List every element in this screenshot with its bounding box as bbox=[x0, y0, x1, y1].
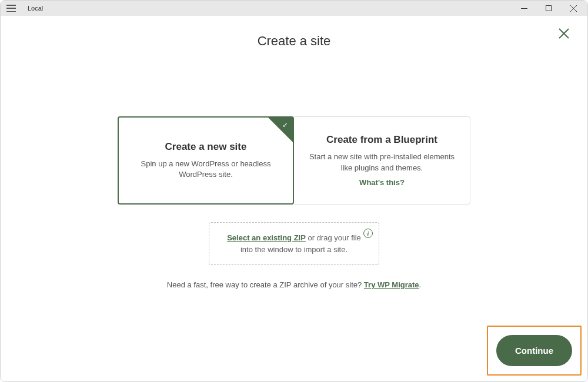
footer-period: . bbox=[419, 280, 422, 289]
app-title: Local bbox=[28, 5, 43, 12]
continue-button[interactable]: Continue bbox=[496, 335, 572, 366]
svg-rect-1 bbox=[546, 6, 552, 11]
info-icon[interactable]: i bbox=[363, 229, 373, 238]
option-title: Create from a Blueprint bbox=[326, 134, 437, 146]
window-controls bbox=[517, 2, 584, 14]
option-title: Create a new site bbox=[165, 141, 247, 153]
select-zip-link[interactable]: Select an existing ZIP bbox=[227, 233, 306, 242]
footer-text: Need a fast, free way to create a ZIP ar… bbox=[1, 280, 587, 289]
option-desc: Start a new site with pre-installed elem… bbox=[308, 152, 456, 173]
page-title: Create a site bbox=[1, 33, 587, 49]
content-area: Create a site ✓ Create a new site Spin u… bbox=[1, 16, 587, 381]
minimize-button[interactable] bbox=[517, 2, 531, 14]
selected-corner bbox=[268, 118, 293, 142]
wp-migrate-link[interactable]: Try WP Migrate bbox=[364, 280, 419, 289]
close-icon[interactable] bbox=[558, 28, 570, 42]
option-create-new-site[interactable]: ✓ Create a new site Spin up a new WordPr… bbox=[118, 116, 294, 205]
maximize-button[interactable] bbox=[542, 2, 556, 14]
import-drop-zone[interactable]: i Select an existing ZIP or drag your fi… bbox=[209, 222, 379, 265]
window-close-button[interactable] bbox=[566, 2, 580, 14]
app-window: Local Create a site ✓ Create a new site … bbox=[0, 0, 588, 382]
menu-icon[interactable] bbox=[6, 5, 16, 12]
footer-prefix: Need a fast, free way to create a ZIP ar… bbox=[167, 280, 364, 289]
titlebar: Local bbox=[1, 1, 587, 16]
check-icon: ✓ bbox=[282, 121, 288, 129]
option-cards-row: ✓ Create a new site Spin up a new WordPr… bbox=[1, 116, 587, 205]
whats-this-link[interactable]: What's this? bbox=[359, 178, 405, 187]
titlebar-left: Local bbox=[4, 5, 43, 12]
option-create-from-blueprint[interactable]: Create from a Blueprint Start a new site… bbox=[294, 116, 470, 205]
continue-highlight: Continue bbox=[487, 326, 582, 376]
option-desc: Spin up a new WordPress or headless Word… bbox=[133, 159, 279, 180]
